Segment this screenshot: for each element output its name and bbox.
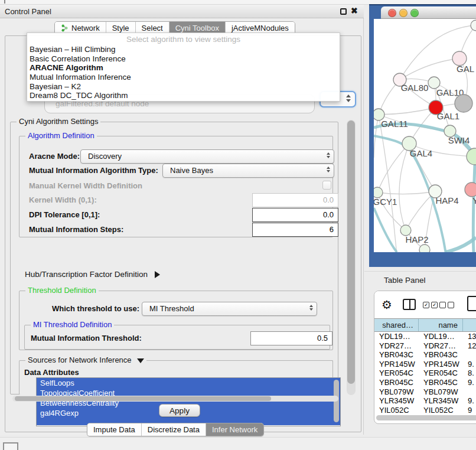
table-column-header[interactable]: shared… [374,319,419,331]
bottom-tabbar: Impute Data Discretize Data Infer Networ… [87,423,264,436]
float-window-icon[interactable] [340,8,347,15]
control-panel-title: Control Panel [5,7,51,16]
network-node-label: GAL80 [401,83,429,93]
aracne-mode-combobox[interactable]: Discovery [80,149,334,164]
manual-kernel-width-label: Manual Kernel Width Definition [29,181,142,190]
network-edge-highlighted[interactable] [473,165,475,252]
split-columns-icon[interactable] [403,299,416,310]
network-node-y[interactable] [465,182,476,197]
network-node[interactable] [471,20,476,31]
algorithm-option[interactable]: Dream8 DC_TDC Algorithm [27,91,340,100]
threshold-definition-title: Threshold Definition [25,286,99,295]
network-edge[interactable] [379,107,436,115]
kernel-width-input[interactable]: 0.0 [252,193,338,207]
mi-threshold-definition-group: MI Threshold Definition Mutual Informati… [24,325,330,350]
cyni-algorithm-settings-group: Cyni Algorithm Settings Algorithm Defini… [10,122,338,394]
network-edge[interactable] [377,191,435,194]
network-node-label: Y [472,195,476,206]
table-cell: 9. [463,396,476,406]
sources-title[interactable]: Sources for Network Inference [25,356,146,364]
table-row[interactable]: YDL19…YDL19…13 [374,332,476,341]
network-node[interactable] [455,94,472,112]
table-row[interactable]: YPR145WYPR145W9. [374,360,476,369]
tab-infer-network[interactable]: Infer Network [206,423,263,436]
table-row[interactable]: YBL079WYBL079W [374,387,476,397]
close-traffic-light[interactable] [388,9,396,17]
table-cell: YDR27… [419,341,463,351]
top-tick [4,0,5,4]
mi-steps-input[interactable]: 6 [252,223,338,237]
table-cell [463,350,476,360]
mi-threshold-input[interactable]: 0.5 [250,331,332,345]
table-row[interactable]: YER054CYER054C8. [374,369,476,378]
mi-algorithm-type-combobox[interactable]: Naive Bayes [162,164,334,178]
algorithm-dropdown-prompt: Select algorithm to view settings [27,33,340,45]
algorithm-option[interactable]: Bayesian – Hill Climbing [27,45,340,54]
table-row[interactable]: YDR27…YDR27…12 [374,341,476,351]
minimized-panel-icon[interactable] [3,442,18,450]
dpi-tolerance-input[interactable]: 0.0 [252,208,338,222]
select-all-checkboxes-icon[interactable]: ✓✓ [423,302,438,308]
network-edge[interactable] [400,58,459,80]
table-row[interactable]: YLR345WYLR345W9. [374,396,476,406]
algorithm-option[interactable]: ARACNE Algorithm [27,63,340,73]
network-edge-highlighted[interactable] [374,208,397,252]
table-column-header[interactable]: name [419,319,463,331]
table-cell: YBR045C [419,378,463,387]
close-icon[interactable]: ✖ [351,6,358,15]
control-panel-window: Control Panel ✖ Network Style Select Cyn… [0,5,364,435]
table-cell: YDL19… [419,332,463,341]
deselect-all-checkboxes-icon[interactable] [439,302,454,308]
zoom-traffic-light[interactable] [410,9,419,17]
algorithm-option[interactable]: Bayesian – K2 [27,82,340,92]
table-row[interactable]: YBR045CYBR045C9. [374,378,476,387]
network-node[interactable] [419,244,430,252]
table-cell: YIL052C [374,406,419,415]
table-row[interactable]: YIL052CYIL052C9 [374,406,476,415]
screen: { "control_panel": { "title": "Control P… [0,0,476,450]
network-edge-highlighted[interactable] [446,237,476,252]
network-view-window: GALGAL80GAL10GAL1GAL11SWI4GAL4GCY1HAP4YH… [369,4,476,267]
network-node-label: GCY1 [374,197,397,207]
network-edge[interactable] [399,144,409,230]
panel-partial-icon[interactable] [467,296,476,311]
algorithm-option[interactable]: Mutual Information Inference [27,73,340,82]
network-icon [61,24,69,32]
collapse-arrow-icon [137,358,144,363]
combobox-arrows-icon [327,167,330,172]
network-window-titlebar [381,6,476,19]
combobox-arrows-icon [346,94,351,102]
network-node[interactable] [467,148,476,165]
table-cell: 8. [463,369,476,378]
manual-kernel-width-checkbox[interactable] [322,181,331,190]
which-threshold-combobox[interactable]: MI Threshold [142,302,317,316]
network-node-gal10[interactable] [428,77,440,89]
tab-discretize-data[interactable]: Discretize Data [142,423,206,436]
mi-threshold-label: Mutual Information Threshold: [31,334,142,343]
apply-button[interactable]: Apply [159,404,200,417]
data-attributes-list[interactable]: SelfLoopsTopologicalCoefficientBetweenne… [36,377,341,426]
hub-transcription-factor-section[interactable]: Hub/Transcription Factor Definition [25,270,160,279]
combobox-arrows-icon [327,152,330,158]
minimize-traffic-light[interactable] [399,9,407,17]
algorithm-option[interactable]: Basic Correlation Inference [27,54,340,64]
network-edge-highlighted[interactable] [374,136,403,145]
table-body[interactable]: YDL19…YDL19…13YDR27…YDR27…12YBR043CYBR04… [374,332,476,415]
table-column-header[interactable] [463,319,476,331]
table-hscrollbar[interactable] [376,415,476,420]
table-cell: YDR27… [374,341,419,351]
tab-impute-data[interactable]: Impute Data [87,423,142,436]
which-threshold-label: Which threshold to use: [52,304,139,313]
table-cell: 9. [463,360,476,369]
table-row[interactable]: YBR043CYBR043C [374,350,476,360]
network-node-label: HAP4 [435,195,458,206]
settings-hscrollbar-thumb[interactable] [15,396,271,401]
table-header-row[interactable]: shared…name [374,318,476,332]
network-edge[interactable] [377,144,409,193]
settings-gear-icon[interactable]: ⚙ [382,298,392,312]
settings-vscrollbar-thumb[interactable] [347,120,355,384]
table-cell: YBR043C [374,350,419,360]
network-canvas[interactable]: GALGAL80GAL10GAL1GAL11SWI4GAL4GCY1HAP4YH… [374,19,476,252]
data-attribute-item[interactable]: SelfLoops [37,378,340,388]
table-cell: 13 [463,332,476,341]
